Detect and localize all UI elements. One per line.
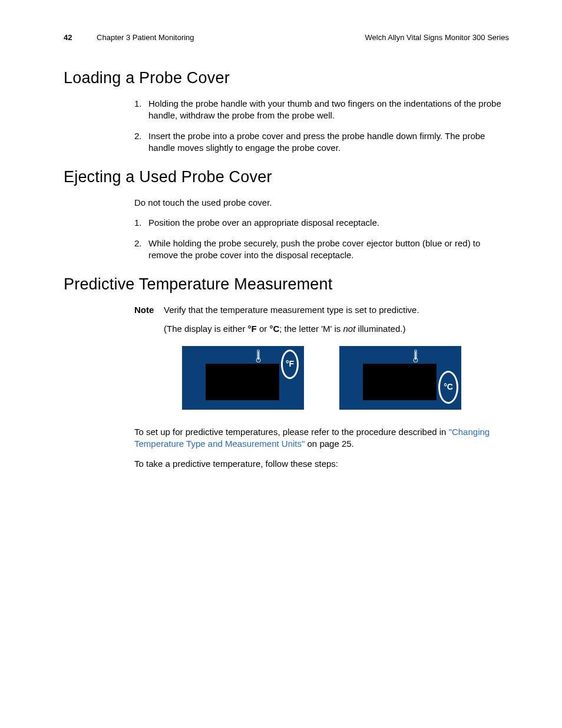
section-heading-predictive: Predictive Temperature Measurement bbox=[64, 275, 509, 294]
display-illustrations: °F °C bbox=[134, 346, 509, 410]
unit-label: °C bbox=[444, 381, 453, 393]
not-italic: not bbox=[343, 324, 356, 334]
step-text: Position the probe over an appropriate d… bbox=[148, 218, 379, 228]
text-fragment: ; the letter 'M' is bbox=[279, 324, 343, 334]
text-fragment: To set up for predictive temperatures, p… bbox=[134, 427, 449, 437]
page: 42 Chapter 3 Patient Monitoring Welch Al… bbox=[0, 0, 562, 470]
section3-body: Note Verify that the temperature measure… bbox=[134, 304, 509, 470]
follow-steps-paragraph: To take a predictive temperature, follow… bbox=[134, 458, 509, 470]
celsius-indicator: °C bbox=[438, 371, 458, 404]
list-item: 2.While holding the probe securely, push… bbox=[134, 238, 509, 262]
section2-body: Do not touch the used probe cover. 1.Pos… bbox=[134, 197, 509, 261]
chapter-title: Chapter 3 Patient Monitoring bbox=[97, 33, 194, 42]
note-text: Verify that the temperature measurement … bbox=[164, 304, 509, 316]
unit-label: °F bbox=[286, 358, 294, 370]
note-label: Note bbox=[134, 304, 164, 316]
section2-steps: 1.Position the probe over an appropriate… bbox=[134, 217, 509, 261]
section-heading-loading: Loading a Probe Cover bbox=[64, 69, 509, 87]
text-fragment: (The display is either bbox=[164, 324, 248, 334]
step-text: While holding the probe securely, push t… bbox=[148, 238, 480, 260]
text-fragment: on page 25. bbox=[305, 439, 353, 449]
display-fahrenheit: °F bbox=[182, 346, 304, 410]
step-text: Insert the probe into a probe cover and … bbox=[148, 131, 485, 153]
thermometer-icon bbox=[256, 350, 261, 363]
note-subtext: (The display is either °F or °C; the let… bbox=[164, 323, 509, 335]
text-fragment: illuminated.) bbox=[355, 324, 405, 334]
document-title: Welch Allyn Vital Signs Monitor 300 Seri… bbox=[365, 33, 509, 42]
display-screen bbox=[206, 364, 279, 400]
section1-steps: 1.Holding the probe handle with your thu… bbox=[134, 98, 509, 154]
display-celsius: °C bbox=[339, 346, 461, 410]
list-item: 2.Insert the probe into a probe cover an… bbox=[134, 130, 509, 154]
page-number: 42 bbox=[64, 33, 72, 42]
setup-paragraph: To set up for predictive temperatures, p… bbox=[134, 426, 509, 450]
section1-body: 1.Holding the probe handle with your thu… bbox=[134, 98, 509, 154]
list-item: 1.Holding the probe handle with your thu… bbox=[134, 98, 509, 122]
fahrenheit-symbol: °F bbox=[248, 324, 257, 334]
section-heading-ejecting: Ejecting a Used Probe Cover bbox=[64, 168, 509, 186]
text-fragment: or bbox=[257, 324, 270, 334]
step-text: Holding the probe handle with your thumb… bbox=[148, 98, 501, 120]
celsius-symbol: °C bbox=[269, 324, 279, 334]
note-row: Note Verify that the temperature measure… bbox=[134, 304, 509, 316]
intro-text: Do not touch the used probe cover. bbox=[134, 197, 509, 209]
thermometer-icon bbox=[413, 350, 418, 363]
list-item: 1.Position the probe over an appropriate… bbox=[134, 217, 509, 229]
page-header: 42 Chapter 3 Patient Monitoring Welch Al… bbox=[64, 33, 509, 42]
display-screen bbox=[363, 364, 437, 400]
header-left: 42 Chapter 3 Patient Monitoring bbox=[64, 33, 194, 42]
fahrenheit-indicator: °F bbox=[281, 350, 299, 379]
